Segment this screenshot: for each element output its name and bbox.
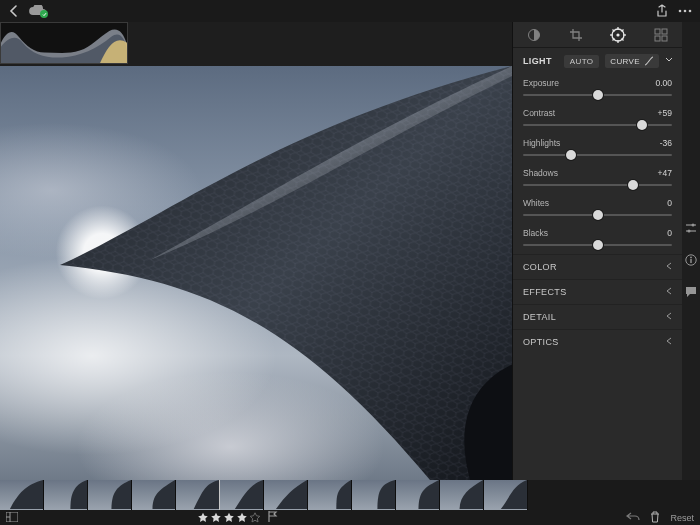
slider-thumb[interactable] — [566, 150, 576, 160]
star-icon[interactable] — [210, 512, 222, 523]
filmstrip-thumb[interactable] — [132, 480, 176, 510]
slider-track[interactable] — [523, 88, 672, 102]
svg-point-1 — [684, 10, 687, 13]
slider-label: Contrast — [523, 108, 555, 118]
slider-label: Whites — [523, 198, 549, 208]
filmstrip-thumb[interactable] — [396, 480, 440, 510]
slider-label: Shadows — [523, 168, 558, 178]
svg-rect-15 — [655, 29, 660, 34]
group-detail[interactable]: DETAIL — [513, 304, 682, 329]
undo-button[interactable] — [626, 512, 640, 524]
slider-label: Highlights — [523, 138, 560, 148]
slider-thumb[interactable] — [593, 90, 603, 100]
photo-canvas[interactable] — [0, 66, 512, 480]
top-bar — [0, 0, 700, 22]
slider-value: 0.00 — [655, 78, 672, 88]
slider-highlights[interactable]: Highlights-36 — [513, 134, 682, 164]
light-section-header[interactable]: LIGHT AUTO CURVE — [513, 48, 682, 74]
filmstrip-thumb[interactable] — [220, 480, 264, 510]
filmstrip-thumb[interactable] — [264, 480, 308, 510]
slider-value: -36 — [660, 138, 672, 148]
chevron-down-icon — [665, 56, 673, 66]
filmstrip-thumb[interactable] — [308, 480, 352, 510]
chevron-left-icon — [666, 337, 672, 347]
share-button[interactable] — [656, 4, 668, 18]
slider-shadows[interactable]: Shadows+47 — [513, 164, 682, 194]
star-icon[interactable] — [236, 512, 248, 523]
chevron-left-icon — [666, 312, 672, 322]
slider-blacks[interactable]: Blacks0 — [513, 224, 682, 254]
chevron-left-icon — [666, 287, 672, 297]
svg-rect-18 — [662, 36, 667, 41]
slider-value: 0 — [667, 198, 672, 208]
tab-crop[interactable] — [569, 28, 583, 42]
svg-rect-17 — [655, 36, 660, 41]
slider-track[interactable] — [523, 238, 672, 252]
bottom-bar: Reset — [0, 510, 700, 525]
light-title: LIGHT — [523, 56, 552, 66]
auto-button[interactable]: AUTO — [564, 55, 600, 68]
slider-contrast[interactable]: Contrast+59 — [513, 104, 682, 134]
slider-value: +59 — [658, 108, 672, 118]
slider-track[interactable] — [523, 178, 672, 192]
tab-adjust[interactable] — [610, 27, 626, 43]
filmstrip-thumb[interactable] — [484, 480, 528, 510]
svg-point-22 — [688, 230, 691, 233]
reset-button[interactable]: Reset — [670, 513, 694, 523]
group-effects[interactable]: EFFECTS — [513, 279, 682, 304]
more-button[interactable] — [678, 9, 692, 13]
slider-track[interactable] — [523, 148, 672, 162]
adjust-sliders-icon[interactable] — [685, 222, 697, 236]
star-icon[interactable] — [223, 512, 235, 523]
flag-icon[interactable] — [268, 511, 278, 524]
filmstrip[interactable] — [0, 480, 700, 510]
svg-point-14 — [617, 33, 620, 36]
slider-value: +47 — [658, 168, 672, 178]
filmstrip-thumb[interactable] — [352, 480, 396, 510]
slider-label: Blacks — [523, 228, 548, 238]
group-label: EFFECTS — [523, 287, 567, 297]
group-label: COLOR — [523, 262, 557, 272]
filmstrip-thumb[interactable] — [176, 480, 220, 510]
rating-stars[interactable] — [197, 511, 278, 524]
cloud-sync-ok-icon[interactable] — [28, 5, 46, 17]
right-rail — [682, 22, 700, 480]
group-label: DETAIL — [523, 312, 556, 322]
svg-point-21 — [692, 224, 695, 227]
svg-point-2 — [689, 10, 692, 13]
svg-point-0 — [679, 10, 682, 13]
slider-thumb[interactable] — [628, 180, 638, 190]
group-optics[interactable]: OPTICS — [513, 329, 682, 354]
filmstrip-thumb[interactable] — [44, 480, 88, 510]
svg-rect-25 — [690, 259, 691, 263]
back-button[interactable] — [8, 5, 20, 17]
slider-thumb[interactable] — [593, 240, 603, 250]
info-icon[interactable] — [685, 254, 697, 268]
filmstrip-thumb[interactable] — [440, 480, 484, 510]
filmstrip-thumb[interactable] — [88, 480, 132, 510]
grid-view-button[interactable] — [6, 512, 18, 524]
slider-value: 0 — [667, 228, 672, 238]
edit-panel: LIGHT AUTO CURVE Exposure0.00Contrast+59… — [512, 22, 682, 480]
tab-profile[interactable] — [527, 28, 541, 42]
slider-exposure[interactable]: Exposure0.00 — [513, 74, 682, 104]
tab-presets[interactable] — [654, 28, 668, 42]
slider-thumb[interactable] — [593, 210, 603, 220]
slider-thumb[interactable] — [637, 120, 647, 130]
curve-button[interactable]: CURVE — [605, 54, 659, 68]
svg-rect-16 — [662, 29, 667, 34]
tool-tabs — [513, 22, 682, 48]
trash-button[interactable] — [650, 511, 660, 525]
filmstrip-thumb[interactable] — [0, 480, 44, 510]
slider-whites[interactable]: Whites0 — [513, 194, 682, 224]
group-color[interactable]: COLOR — [513, 254, 682, 279]
group-label: OPTICS — [523, 337, 559, 347]
slider-track[interactable] — [523, 208, 672, 222]
svg-point-24 — [690, 257, 692, 259]
comment-icon[interactable] — [685, 286, 697, 300]
slider-label: Exposure — [523, 78, 559, 88]
star-icon[interactable] — [197, 512, 209, 523]
histogram[interactable] — [0, 22, 128, 64]
star-icon[interactable] — [249, 512, 261, 523]
slider-track[interactable] — [523, 118, 672, 132]
